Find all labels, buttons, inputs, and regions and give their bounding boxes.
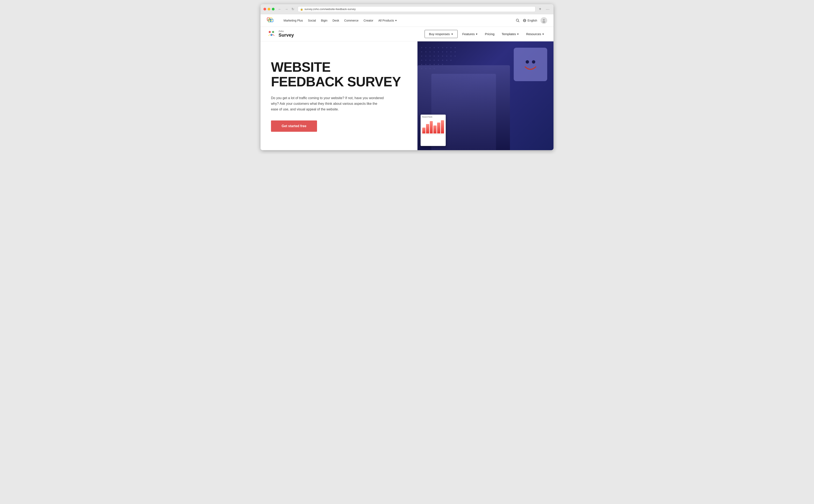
product-nav-pricing[interactable]: Pricing (482, 31, 498, 37)
svg-point-38 (446, 56, 448, 57)
svg-point-33 (426, 56, 427, 57)
globe-icon (523, 19, 526, 22)
product-nav-right: Buy responses ▼ Features ▼ Pricing Templ… (425, 30, 547, 38)
svg-point-32 (421, 56, 422, 57)
product-zoho-label: Zoho (278, 30, 294, 32)
hero-right-visual: // We'll use inline SVG circles for dots… (418, 41, 554, 150)
svg-point-45 (438, 60, 439, 61)
svg-point-44 (434, 60, 435, 61)
svg-point-16 (430, 47, 431, 48)
svg-point-23 (421, 51, 422, 52)
svg-point-60 (532, 60, 535, 64)
product-name-label: Survey (278, 32, 294, 38)
hero-title: WEBSITE FEEDBACK SURVEY (271, 60, 407, 89)
svg-point-37 (442, 56, 443, 57)
maximize-window-button[interactable] (272, 8, 274, 10)
chart-bar-1 (422, 128, 426, 133)
top-nav-bigin[interactable]: Bigin (321, 19, 327, 22)
svg-point-43 (430, 60, 431, 61)
user-icon (542, 18, 546, 23)
language-selector[interactable]: English (523, 19, 537, 22)
hero-description: Do you get a lot of traffic coming to yo… (271, 95, 384, 112)
svg-point-34 (430, 56, 431, 57)
top-nav-social[interactable]: Social (308, 19, 316, 22)
templates-dropdown-icon: ▼ (517, 33, 519, 35)
website-content: Marketing Plus Social Bigin Desk Commerc… (260, 14, 554, 150)
svg-point-59 (526, 60, 529, 64)
product-nav-templates[interactable]: Templates ▼ (499, 31, 522, 37)
get-started-button[interactable]: Get started free (271, 120, 317, 132)
browser-menu-button[interactable]: ⋯ (545, 6, 551, 12)
buy-responses-button[interactable]: Buy responses ▼ (425, 30, 458, 38)
hero-background-image: Research Panels (418, 65, 510, 150)
top-navigation: Marketing Plus Social Bigin Desk Commerc… (260, 14, 554, 27)
top-nav-right: English (516, 17, 547, 24)
zoho-logo-graphic (267, 16, 277, 25)
language-label: English (528, 19, 537, 22)
chart-bar-4 (434, 125, 437, 134)
product-nav-features[interactable]: Features ▼ (459, 31, 481, 37)
svg-point-14 (421, 47, 422, 48)
svg-point-40 (455, 56, 456, 57)
top-nav-links: Marketing Plus Social Bigin Desk Commerc… (283, 19, 397, 22)
buy-responses-dropdown-icon: ▼ (451, 33, 453, 35)
svg-point-51 (430, 64, 431, 65)
svg-point-27 (438, 51, 439, 52)
search-button[interactable] (516, 19, 520, 22)
chart-bars (422, 119, 444, 133)
resources-dropdown-icon: ▼ (542, 33, 544, 35)
svg-point-39 (451, 56, 452, 57)
svg-point-41 (421, 60, 422, 61)
svg-point-21 (451, 47, 452, 48)
smiley-face-icon (520, 54, 541, 75)
browser-titlebar: ← → ↻ 🔒 survey.zoho.com/website-feedback… (260, 4, 554, 14)
product-logo-text: Zoho Survey (278, 30, 294, 38)
product-nav-resources[interactable]: Resources ▼ (523, 31, 547, 37)
top-nav-commerce[interactable]: Commerce (344, 19, 358, 22)
features-dropdown-icon: ▼ (476, 33, 478, 35)
address-bar[interactable]: 🔒 survey.zoho.com/website-feedback-surve… (298, 6, 536, 12)
hero-left-content: WEBSITE FEEDBACK SURVEY Do you get a lot… (260, 41, 418, 150)
svg-point-36 (438, 56, 439, 57)
svg-point-25 (430, 51, 431, 52)
svg-point-28 (442, 51, 443, 52)
svg-point-53 (438, 64, 439, 65)
close-window-button[interactable] (263, 8, 266, 10)
svg-point-30 (451, 51, 452, 52)
user-avatar[interactable] (541, 17, 547, 24)
survey-logo-icon (267, 29, 276, 39)
chart-bar-5 (437, 123, 440, 134)
back-button[interactable]: ← (277, 7, 282, 12)
svg-point-24 (426, 51, 427, 52)
product-logo[interactable]: Zoho Survey (267, 29, 294, 39)
zoho-logo[interactable] (267, 16, 277, 25)
svg-point-15 (426, 47, 427, 48)
new-tab-button[interactable]: + (538, 7, 542, 12)
svg-point-48 (451, 60, 452, 61)
lock-icon: 🔒 (300, 8, 303, 11)
svg-point-47 (446, 60, 448, 61)
svg-point-12 (272, 31, 274, 33)
svg-point-49 (421, 64, 422, 65)
minimize-window-button[interactable] (268, 8, 270, 10)
svg-point-31 (455, 51, 456, 52)
top-nav-all-products[interactable]: All Products ▼ (378, 19, 397, 22)
forward-button[interactable]: → (284, 7, 289, 12)
top-nav-marketing-plus[interactable]: Marketing Plus (283, 19, 303, 22)
top-nav-desk[interactable]: Desk (332, 19, 339, 22)
product-navigation: Zoho Survey Buy responses ▼ Features ▼ P… (260, 27, 554, 41)
url-text: survey.zoho.com/website-feedback-survey (304, 8, 356, 11)
svg-point-26 (434, 51, 435, 52)
reload-button[interactable]: ↻ (290, 7, 295, 12)
svg-line-5 (518, 21, 519, 22)
svg-point-19 (442, 47, 443, 48)
svg-point-54 (442, 64, 443, 65)
chart-paper: Research Panels (421, 115, 446, 146)
svg-point-52 (434, 64, 435, 65)
svg-point-46 (442, 60, 443, 61)
chart-bar-3 (430, 121, 433, 134)
svg-point-11 (269, 31, 271, 33)
window-controls (263, 8, 274, 10)
chart-bar-6 (441, 120, 444, 133)
top-nav-creator[interactable]: Creator (363, 19, 373, 22)
